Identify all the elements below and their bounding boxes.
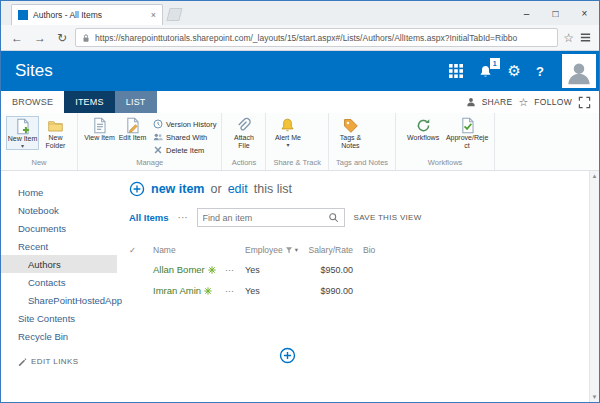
address-bar: ← → ↻ https://sharepointtutorials.sharep… bbox=[1, 25, 599, 51]
sidebar-item-label: Home bbox=[18, 187, 43, 198]
version-history-button[interactable]: Version History bbox=[153, 119, 216, 129]
sidebar-item-home[interactable]: Home bbox=[1, 183, 117, 201]
sidebar-item-recycle-bin[interactable]: Recycle Bin bbox=[1, 327, 117, 345]
new-item-link[interactable]: new item bbox=[151, 182, 205, 196]
follow-button[interactable]: FOLLOW bbox=[534, 97, 572, 107]
delete-item-button[interactable]: Delete Item bbox=[153, 145, 216, 155]
approve-reject-button[interactable]: Approve/Reject bbox=[445, 116, 489, 151]
group-label-share-track: Share & Track bbox=[271, 157, 323, 170]
pencil-icon bbox=[18, 357, 27, 366]
attach-file-icon bbox=[235, 117, 252, 134]
view-item-button[interactable]: View Item bbox=[83, 116, 116, 142]
view-item-icon bbox=[91, 117, 108, 134]
edit-item-button[interactable]: Edit Item bbox=[116, 116, 149, 142]
workflows-button[interactable]: Workflows bbox=[401, 116, 445, 142]
help-icon[interactable]: ? bbox=[536, 64, 544, 79]
item-menu-ellipsis[interactable]: ··· bbox=[225, 286, 245, 296]
url-field[interactable]: https://sharepointtutorials.sharepoint.c… bbox=[75, 28, 558, 47]
filter-caret-icon: ▾ bbox=[295, 246, 298, 254]
alert-me-button[interactable]: Alert Me ▾ bbox=[271, 116, 304, 148]
notifications-button[interactable]: 1 bbox=[478, 64, 493, 79]
vertical-scrollbar[interactable]: ▲ ▼ bbox=[589, 171, 599, 402]
select-all-checkmark[interactable]: ✓ bbox=[129, 245, 153, 255]
scroll-down-icon[interactable]: ▼ bbox=[592, 394, 598, 400]
sidebar-item-site-contents[interactable]: Site Contents bbox=[1, 309, 117, 327]
refresh-icon[interactable]: ↻ bbox=[54, 31, 70, 45]
attach-file-button[interactable]: Attach File bbox=[227, 116, 260, 151]
sidebar-item-label: Recent bbox=[18, 241, 48, 252]
close-button[interactable]: × bbox=[570, 1, 599, 25]
edit-links-button[interactable]: EDIT LINKS bbox=[1, 357, 117, 366]
new-item-label: New Item bbox=[8, 135, 38, 143]
view-more-menu[interactable]: ··· bbox=[178, 212, 188, 223]
table-row[interactable]: Imran Amin ··· Yes $990.00 bbox=[129, 280, 579, 301]
scroll-up-icon[interactable]: ▲ bbox=[592, 173, 598, 179]
new-folder-button[interactable]: New Folder bbox=[39, 116, 72, 151]
sidebar-item-documents[interactable]: Documents bbox=[1, 219, 117, 237]
ribbon-group-manage: View Item Edit Item Version History Shar… bbox=[78, 113, 222, 170]
approve-reject-icon bbox=[459, 117, 476, 134]
sidebar-item-authors[interactable]: Authors bbox=[1, 255, 117, 273]
sidebar-item-contacts[interactable]: Contacts bbox=[1, 273, 117, 291]
browser-tab[interactable]: Authors - All Items × bbox=[11, 4, 163, 25]
sidebar-item-notebook[interactable]: Notebook bbox=[1, 201, 117, 219]
view-selector-all-items[interactable]: All Items bbox=[129, 212, 169, 223]
gear-icon[interactable]: ⚙ bbox=[508, 62, 521, 80]
edit-item-label: Edit Item bbox=[119, 134, 147, 142]
tab-items[interactable]: ITEMS bbox=[64, 91, 115, 113]
new-tab-button[interactable] bbox=[166, 8, 182, 21]
new-item-button[interactable]: New Item ▾ bbox=[6, 116, 39, 150]
alert-me-icon bbox=[279, 117, 296, 134]
employee-header-label: Employee bbox=[245, 245, 283, 255]
avatar[interactable] bbox=[562, 54, 596, 88]
item-menu-ellipsis[interactable]: ··· bbox=[225, 265, 245, 275]
focus-mode-icon[interactable] bbox=[578, 96, 591, 109]
sidebar-item-label: Recycle Bin bbox=[18, 331, 68, 342]
tab-browse[interactable]: BROWSE bbox=[1, 91, 64, 113]
sidebar-item-sharepointhostedapp[interactable]: SharePointHostedApp bbox=[1, 291, 117, 309]
column-header-bio[interactable]: Bio bbox=[363, 245, 395, 255]
search-icon[interactable] bbox=[328, 212, 339, 223]
column-header-name[interactable]: Name bbox=[153, 245, 225, 255]
column-header-employee[interactable]: Employee ▾ bbox=[245, 245, 301, 255]
minimize-button[interactable]: – bbox=[512, 1, 541, 25]
shared-with-label: Shared With bbox=[166, 133, 207, 142]
bookmark-star-icon[interactable]: ☆ bbox=[563, 31, 574, 45]
share-button[interactable]: SHARE bbox=[482, 97, 513, 107]
item-link[interactable]: Imran Amin bbox=[153, 285, 201, 296]
column-header-salary[interactable]: Salary/Rate bbox=[301, 245, 363, 255]
shared-with-button[interactable]: Shared With bbox=[153, 132, 216, 142]
ribbon-group-actions: Attach File Actions bbox=[222, 113, 266, 170]
table-row[interactable]: Allan Bomer ··· Yes $950.00 bbox=[129, 259, 579, 280]
save-this-view-link[interactable]: SAVE THIS VIEW bbox=[354, 213, 422, 222]
item-link[interactable]: Allan Bomer bbox=[153, 264, 205, 275]
tab-list[interactable]: LIST bbox=[115, 91, 157, 113]
approve-reject-label: Approve/Reject bbox=[445, 134, 489, 151]
suite-bar-actions: 1 ⚙ ? bbox=[449, 54, 599, 88]
version-history-icon bbox=[153, 119, 163, 129]
edit-list-link[interactable]: edit bbox=[228, 182, 248, 196]
find-item-searchbox[interactable] bbox=[197, 208, 345, 227]
sidebar-item-recent[interactable]: Recent bbox=[1, 237, 117, 255]
app-launcher-grid-icon[interactable] bbox=[449, 64, 463, 78]
item-name-cell: Allan Bomer bbox=[153, 264, 225, 275]
maximize-button[interactable]: □ bbox=[541, 1, 570, 25]
hamburger-menu-icon[interactable] bbox=[579, 31, 592, 44]
tab-close-icon[interactable]: × bbox=[151, 10, 156, 20]
table-header-row: ✓ Name Employee ▾ Salary/Rate Bio bbox=[129, 240, 579, 259]
lock-icon bbox=[81, 33, 91, 43]
add-circle-icon bbox=[279, 347, 296, 364]
or-text: or bbox=[211, 182, 222, 196]
tags-notes-label: Tags & Notes bbox=[334, 134, 367, 151]
new-badge-icon bbox=[208, 266, 216, 274]
new-item-row: new item or edit this list bbox=[129, 181, 579, 197]
search-input[interactable] bbox=[203, 213, 325, 223]
back-icon[interactable]: ← bbox=[8, 31, 26, 45]
add-item-button[interactable] bbox=[279, 347, 296, 364]
edit-links-label: EDIT LINKS bbox=[31, 357, 78, 366]
url-text: https://sharepointtutorials.sharepoint.c… bbox=[95, 33, 552, 43]
sidebar-item-label: Site Contents bbox=[18, 313, 75, 324]
salary-cell: $990.00 bbox=[301, 286, 363, 296]
tags-notes-button[interactable]: Tags & Notes bbox=[334, 116, 367, 151]
forward-icon[interactable]: → bbox=[31, 31, 49, 45]
